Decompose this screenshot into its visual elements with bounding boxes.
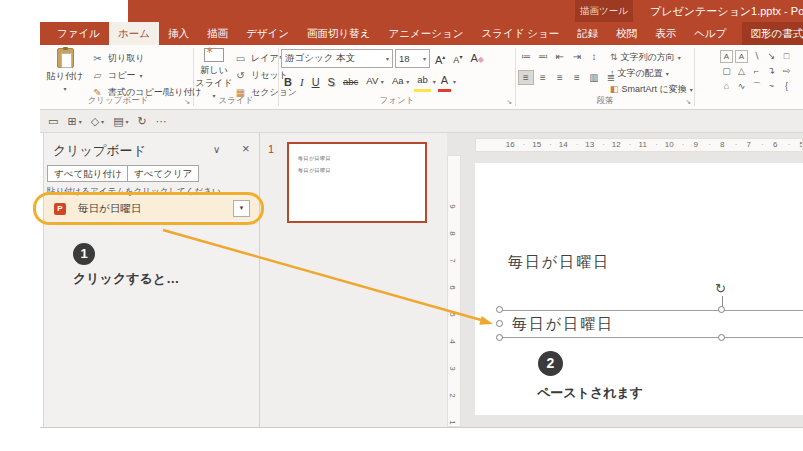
ribbon-group-paragraph: ≔≕⇤⇥↕ ≡≡≡≡▥≣ ⇅ 文字列の方向 ▾ ↕ 文字の配置 ▾ ◧ Smar…	[516, 45, 694, 109]
chevron-down-icon[interactable]: ▾	[433, 78, 436, 85]
selection-handle-bottom-center[interactable]	[718, 334, 725, 341]
paste-all-button[interactable]: すべて貼り付け	[47, 165, 129, 182]
highlight-color-button[interactable]: ab	[414, 71, 431, 92]
qat-button[interactable]: ↻ ▾	[138, 115, 147, 128]
font-color-button[interactable]: A	[438, 71, 451, 92]
slide-canvas[interactable]: 毎日が日曜日 毎日が日曜日 ↻ 2 ペーストされます	[475, 163, 803, 415]
shape-gallery-item[interactable]: △	[734, 64, 749, 79]
ruler-number: 5	[448, 312, 457, 316]
ribbon-tab[interactable]: 挿入	[159, 22, 198, 45]
step1-label: クリックすると…	[73, 270, 179, 288]
copy-button[interactable]: ▱ コピー ▾	[91, 67, 202, 84]
new-slide-icon	[204, 48, 224, 62]
selection-handle-bottom-left[interactable]	[496, 334, 503, 341]
shape-gallery-item[interactable]: ↴	[764, 64, 779, 79]
selection-handle-middle-left[interactable]	[496, 320, 503, 327]
paragraph-dialog-launcher-icon[interactable]: ↘	[685, 98, 691, 106]
ribbon-tab[interactable]: 記録	[568, 22, 607, 45]
slide-thumbnail[interactable]: 毎日が日曜日 毎日が日曜日	[287, 142, 427, 223]
alignment-button[interactable]: ≡	[518, 70, 534, 85]
shape-gallery-item[interactable]: □	[779, 49, 794, 64]
selection-handle-top-left[interactable]	[496, 306, 503, 313]
shape-gallery-item[interactable]: {	[779, 79, 794, 94]
chevron-down-icon: ▾	[139, 72, 142, 79]
ribbon-tab[interactable]: デザイン	[237, 22, 298, 45]
shape-gallery-item[interactable]: ▢	[719, 64, 734, 79]
clipboard-dialog-launcher-icon[interactable]: ↘	[184, 98, 190, 106]
alignment-button[interactable]: ≡	[552, 70, 568, 85]
shape-gallery-item[interactable]: ⌒	[749, 79, 764, 94]
align-text-button[interactable]: ↕ 文字の配置 ▾	[610, 65, 693, 81]
bold-button[interactable]: B	[281, 73, 295, 91]
pasted-textbox-text[interactable]: 毎日が日曜日	[512, 315, 614, 334]
alignment-button[interactable]: ≡	[535, 70, 551, 85]
paragraph-button[interactable]: ⇤	[552, 49, 568, 64]
ribbon-tab[interactable]: ヘルプ	[685, 22, 735, 45]
clear-formatting-button[interactable]: A◆	[467, 49, 487, 69]
font-size-combo[interactable]: 18 ▾	[395, 49, 430, 68]
shape-gallery-item[interactable]: ⌐	[749, 64, 764, 79]
shape-gallery-item[interactable]: ∖	[749, 49, 764, 64]
contextual-tool-header: 描画ツール	[575, 0, 633, 22]
underline-button[interactable]: U	[309, 73, 323, 91]
ribbon-tab[interactable]: 校閲	[607, 22, 646, 45]
shape-gallery-item[interactable]: ↘	[764, 49, 779, 64]
ribbon-tab[interactable]: 表示	[646, 22, 685, 45]
chevron-down-icon[interactable]: ▾	[453, 78, 456, 85]
italic-button[interactable]: I	[297, 73, 307, 91]
ribbon-tab[interactable]: 図形の書式	[742, 22, 803, 45]
ribbon-tab[interactable]: ファイル	[48, 22, 109, 45]
paste-button[interactable]: 貼り付け ▾	[45, 48, 85, 93]
character-spacing-button[interactable]: AV ▾	[363, 72, 387, 91]
font-group-label: フォント	[279, 95, 515, 107]
paragraph-button[interactable]: ↕	[586, 49, 602, 64]
rotation-handle-icon[interactable]: ↻	[715, 281, 726, 296]
text-direction-button[interactable]: ⇅ 文字列の方向 ▾	[610, 49, 693, 65]
shape-gallery-item[interactable]: A	[735, 50, 748, 63]
new-slide-button[interactable]: 新しい スライド ▾	[194, 48, 234, 100]
ruler-number: 14	[550, 139, 577, 151]
font-dialog-launcher-icon[interactable]: ↘	[506, 98, 512, 106]
pasted-textbox[interactable]: 毎日が日曜日	[500, 310, 803, 338]
qat-button[interactable]: ◇ ▾	[91, 115, 104, 128]
qat-button[interactable]: ▭ ▾	[48, 115, 58, 128]
grow-font-button[interactable]: A▴	[432, 48, 448, 69]
shape-gallery-item[interactable]: A	[720, 50, 733, 63]
text-shadow-button[interactable]: S	[325, 73, 338, 91]
change-case-button[interactable]: Aa ▾	[389, 72, 412, 91]
shape-gallery-item[interactable]: ∿	[734, 79, 749, 94]
alignment-button[interactable]: ≡	[569, 70, 585, 85]
alignment-button[interactable]: ▥	[586, 70, 602, 85]
qat-button[interactable]: ⊞ ▾	[67, 115, 81, 128]
shape-gallery-item[interactable]: ⇨	[779, 64, 794, 79]
font-name-combo[interactable]: 游ゴシック 本文 ▾	[281, 49, 393, 68]
ribbon-tab[interactable]: スライド ショー	[472, 22, 568, 45]
cut-button[interactable]: ✂ 切り取り	[91, 50, 202, 67]
ruler-number: 11	[630, 139, 657, 151]
thumbnail-text-line: 毎日が日曜日	[298, 155, 425, 161]
vertical-ruler: 987654321	[447, 155, 461, 427]
slide-text-original[interactable]: 毎日が日曜日	[508, 253, 610, 272]
shape-gallery-item[interactable]: ~	[764, 79, 779, 94]
ribbon-tab[interactable]: アニメーション	[379, 22, 472, 45]
clear-all-button[interactable]: すべてクリア	[127, 165, 199, 182]
strikethrough-button[interactable]: abc	[340, 73, 361, 91]
slides-group-label: スライド	[194, 95, 278, 107]
shape-gallery-item[interactable]: ⌂	[719, 79, 734, 94]
paragraph-button[interactable]: ≔	[518, 49, 534, 64]
text-direction-label: 文字列の方向	[621, 51, 675, 64]
thumbnail-text-line: 毎日が日曜日	[298, 167, 425, 173]
ribbon-tab[interactable]: ホーム	[109, 22, 159, 45]
ribbon-tab[interactable]: 画面切り替え	[298, 22, 380, 45]
qat-button[interactable]: ▤ ▾	[113, 115, 128, 128]
pane-options-chevron-icon[interactable]: ∨	[213, 144, 220, 155]
chevron-down-icon: ▾	[386, 55, 389, 62]
paragraph-button[interactable]: ≕	[535, 49, 551, 64]
shrink-font-button[interactable]: A▾	[450, 48, 465, 69]
paragraph-row1: ≔≕⇤⇥↕	[518, 49, 619, 64]
selection-handle-top-center[interactable]	[718, 306, 725, 313]
ribbon-tab[interactable]: 描画	[198, 22, 237, 45]
pane-close-icon[interactable]: ×	[242, 141, 250, 156]
paragraph-button[interactable]: ⇥	[569, 49, 585, 64]
qat-button[interactable]: ⋯ ▾	[156, 115, 167, 128]
